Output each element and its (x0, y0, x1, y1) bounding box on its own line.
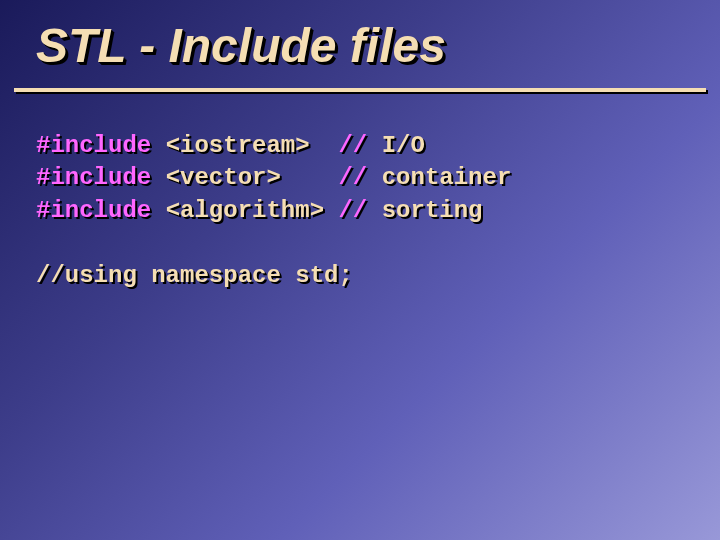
include-keyword: #include (36, 197, 151, 224)
footer-comment: //using namespace std; (36, 262, 353, 289)
comment-text: sorting (382, 197, 483, 224)
slide: STL - Include files #include <iostream> … (0, 0, 720, 540)
header-name: <vector> (166, 164, 324, 191)
comment-text: container (382, 164, 512, 191)
header-name: <iostream> (166, 132, 324, 159)
include-keyword: #include (36, 132, 151, 159)
comment-sep: // (324, 132, 382, 159)
include-keyword: #include (36, 164, 151, 191)
slide-title: STL - Include files (36, 18, 446, 73)
code-block: #include <iostream> // I/O #include <vec… (36, 130, 511, 292)
title-divider (14, 88, 706, 92)
header-name: <algorithm> (166, 197, 324, 224)
comment-sep: // (324, 197, 382, 224)
comment-text: I/O (382, 132, 425, 159)
comment-sep: // (324, 164, 382, 191)
